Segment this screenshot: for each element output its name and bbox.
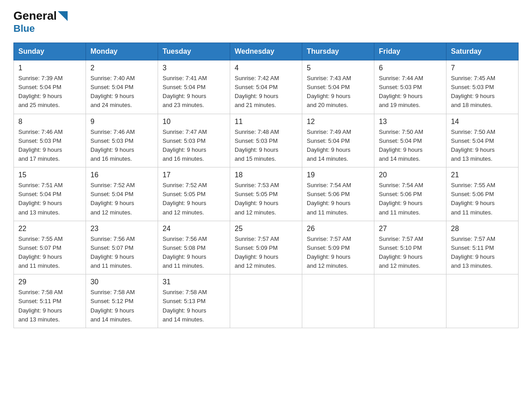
day-info: Sunrise: 7:57 AMSunset: 5:10 PMDaylight:… xyxy=(379,235,442,271)
calendar-cell: 19Sunrise: 7:54 AMSunset: 5:06 PMDayligh… xyxy=(302,167,374,221)
day-info: Sunrise: 7:55 AMSunset: 5:06 PMDaylight:… xyxy=(451,181,514,217)
calendar-cell: 4Sunrise: 7:42 AMSunset: 5:04 PMDaylight… xyxy=(230,60,302,114)
day-number: 24 xyxy=(163,225,225,233)
calendar-cell: 6Sunrise: 7:44 AMSunset: 5:03 PMDaylight… xyxy=(374,60,446,114)
day-number: 9 xyxy=(90,118,153,126)
day-number: 30 xyxy=(90,278,153,286)
calendar-cell: 21Sunrise: 7:55 AMSunset: 5:06 PMDayligh… xyxy=(446,167,519,221)
logo: General Blue xyxy=(13,9,68,34)
logo-general-text: General xyxy=(13,9,57,23)
day-number: 6 xyxy=(379,64,442,72)
calendar-week-row: 1Sunrise: 7:39 AMSunset: 5:04 PMDaylight… xyxy=(14,60,519,114)
header-thursday: Thursday xyxy=(302,43,374,60)
header-wednesday: Wednesday xyxy=(230,43,302,60)
day-info: Sunrise: 7:50 AMSunset: 5:04 PMDaylight:… xyxy=(451,128,514,164)
day-number: 23 xyxy=(90,225,153,233)
day-info: Sunrise: 7:46 AMSunset: 5:03 PMDaylight:… xyxy=(18,128,81,164)
calendar-header-row: SundayMondayTuesdayWednesdayThursdayFrid… xyxy=(14,43,519,60)
calendar-cell: 26Sunrise: 7:57 AMSunset: 5:09 PMDayligh… xyxy=(302,221,374,274)
calendar-cell xyxy=(374,274,446,328)
day-number: 8 xyxy=(18,118,81,126)
day-info: Sunrise: 7:47 AMSunset: 5:03 PMDaylight:… xyxy=(163,128,225,164)
calendar-cell xyxy=(230,274,302,328)
calendar-week-row: 22Sunrise: 7:55 AMSunset: 5:07 PMDayligh… xyxy=(14,221,519,274)
day-number: 19 xyxy=(307,171,369,179)
calendar-cell: 3Sunrise: 7:41 AMSunset: 5:04 PMDaylight… xyxy=(158,60,230,114)
calendar-cell: 16Sunrise: 7:52 AMSunset: 5:04 PMDayligh… xyxy=(86,167,158,221)
calendar-cell: 31Sunrise: 7:58 AMSunset: 5:13 PMDayligh… xyxy=(158,274,230,328)
day-info: Sunrise: 7:58 AMSunset: 5:11 PMDaylight:… xyxy=(18,288,81,324)
calendar-cell: 27Sunrise: 7:57 AMSunset: 5:10 PMDayligh… xyxy=(374,221,446,274)
calendar-cell xyxy=(302,274,374,328)
day-number: 5 xyxy=(307,64,369,72)
day-info: Sunrise: 7:49 AMSunset: 5:04 PMDaylight:… xyxy=(307,128,369,164)
day-info: Sunrise: 7:57 AMSunset: 5:09 PMDaylight:… xyxy=(235,235,297,271)
calendar-cell xyxy=(446,274,519,328)
logo-arrow-icon xyxy=(58,11,68,21)
day-info: Sunrise: 7:40 AMSunset: 5:04 PMDaylight:… xyxy=(90,74,153,110)
calendar-table: SundayMondayTuesdayWednesdayThursdayFrid… xyxy=(13,43,519,328)
calendar-cell: 24Sunrise: 7:56 AMSunset: 5:08 PMDayligh… xyxy=(158,221,230,274)
calendar-cell: 7Sunrise: 7:45 AMSunset: 5:03 PMDaylight… xyxy=(446,60,519,114)
header-saturday: Saturday xyxy=(446,43,519,60)
calendar-cell: 22Sunrise: 7:55 AMSunset: 5:07 PMDayligh… xyxy=(14,221,86,274)
day-number: 10 xyxy=(163,118,225,126)
calendar-cell: 5Sunrise: 7:43 AMSunset: 5:04 PMDaylight… xyxy=(302,60,374,114)
day-number: 12 xyxy=(307,118,369,126)
day-number: 4 xyxy=(235,64,297,72)
day-info: Sunrise: 7:44 AMSunset: 5:03 PMDaylight:… xyxy=(379,74,442,110)
day-number: 28 xyxy=(451,225,514,233)
calendar-cell: 25Sunrise: 7:57 AMSunset: 5:09 PMDayligh… xyxy=(230,221,302,274)
calendar-week-row: 8Sunrise: 7:46 AMSunset: 5:03 PMDaylight… xyxy=(14,114,519,167)
day-number: 25 xyxy=(235,225,297,233)
calendar-cell: 9Sunrise: 7:46 AMSunset: 5:03 PMDaylight… xyxy=(86,114,158,167)
calendar-cell: 23Sunrise: 7:56 AMSunset: 5:07 PMDayligh… xyxy=(86,221,158,274)
day-number: 16 xyxy=(90,171,153,179)
calendar-cell: 12Sunrise: 7:49 AMSunset: 5:04 PMDayligh… xyxy=(302,114,374,167)
calendar-cell: 1Sunrise: 7:39 AMSunset: 5:04 PMDaylight… xyxy=(14,60,86,114)
svg-marker-0 xyxy=(58,11,68,21)
day-number: 27 xyxy=(379,225,442,233)
day-info: Sunrise: 7:53 AMSunset: 5:05 PMDaylight:… xyxy=(235,181,297,217)
day-info: Sunrise: 7:46 AMSunset: 5:03 PMDaylight:… xyxy=(90,128,153,164)
day-info: Sunrise: 7:41 AMSunset: 5:04 PMDaylight:… xyxy=(163,74,225,110)
day-number: 22 xyxy=(18,225,81,233)
calendar-cell: 14Sunrise: 7:50 AMSunset: 5:04 PMDayligh… xyxy=(446,114,519,167)
header-monday: Monday xyxy=(86,43,158,60)
day-number: 11 xyxy=(235,118,297,126)
day-info: Sunrise: 7:45 AMSunset: 5:03 PMDaylight:… xyxy=(451,74,514,110)
calendar-cell: 8Sunrise: 7:46 AMSunset: 5:03 PMDaylight… xyxy=(14,114,86,167)
calendar-cell: 28Sunrise: 7:57 AMSunset: 5:11 PMDayligh… xyxy=(446,221,519,274)
day-number: 29 xyxy=(18,278,81,286)
day-info: Sunrise: 7:56 AMSunset: 5:08 PMDaylight:… xyxy=(163,235,225,271)
logo-blue-text: Blue xyxy=(13,23,35,34)
page-header: General Blue xyxy=(13,9,519,34)
day-number: 31 xyxy=(163,278,225,286)
day-info: Sunrise: 7:51 AMSunset: 5:04 PMDaylight:… xyxy=(18,181,81,217)
calendar-cell: 30Sunrise: 7:58 AMSunset: 5:12 PMDayligh… xyxy=(86,274,158,328)
calendar-week-row: 15Sunrise: 7:51 AMSunset: 5:04 PMDayligh… xyxy=(14,167,519,221)
day-info: Sunrise: 7:42 AMSunset: 5:04 PMDaylight:… xyxy=(235,74,297,110)
day-number: 18 xyxy=(235,171,297,179)
day-number: 7 xyxy=(451,64,514,72)
header-sunday: Sunday xyxy=(14,43,86,60)
day-number: 3 xyxy=(163,64,225,72)
calendar-cell: 29Sunrise: 7:58 AMSunset: 5:11 PMDayligh… xyxy=(14,274,86,328)
day-info: Sunrise: 7:50 AMSunset: 5:04 PMDaylight:… xyxy=(379,128,442,164)
calendar-cell: 20Sunrise: 7:54 AMSunset: 5:06 PMDayligh… xyxy=(374,167,446,221)
day-info: Sunrise: 7:57 AMSunset: 5:11 PMDaylight:… xyxy=(451,235,514,271)
calendar-cell: 17Sunrise: 7:52 AMSunset: 5:05 PMDayligh… xyxy=(158,167,230,221)
calendar-cell: 15Sunrise: 7:51 AMSunset: 5:04 PMDayligh… xyxy=(14,167,86,221)
day-number: 17 xyxy=(163,171,225,179)
calendar-week-row: 29Sunrise: 7:58 AMSunset: 5:11 PMDayligh… xyxy=(14,274,519,328)
day-info: Sunrise: 7:54 AMSunset: 5:06 PMDaylight:… xyxy=(307,181,369,217)
calendar-cell: 18Sunrise: 7:53 AMSunset: 5:05 PMDayligh… xyxy=(230,167,302,221)
day-info: Sunrise: 7:54 AMSunset: 5:06 PMDaylight:… xyxy=(379,181,442,217)
day-number: 20 xyxy=(379,171,442,179)
day-number: 21 xyxy=(451,171,514,179)
calendar-cell: 13Sunrise: 7:50 AMSunset: 5:04 PMDayligh… xyxy=(374,114,446,167)
day-info: Sunrise: 7:43 AMSunset: 5:04 PMDaylight:… xyxy=(307,74,369,110)
day-info: Sunrise: 7:48 AMSunset: 5:03 PMDaylight:… xyxy=(235,128,297,164)
header-tuesday: Tuesday xyxy=(158,43,230,60)
day-info: Sunrise: 7:57 AMSunset: 5:09 PMDaylight:… xyxy=(307,235,369,271)
